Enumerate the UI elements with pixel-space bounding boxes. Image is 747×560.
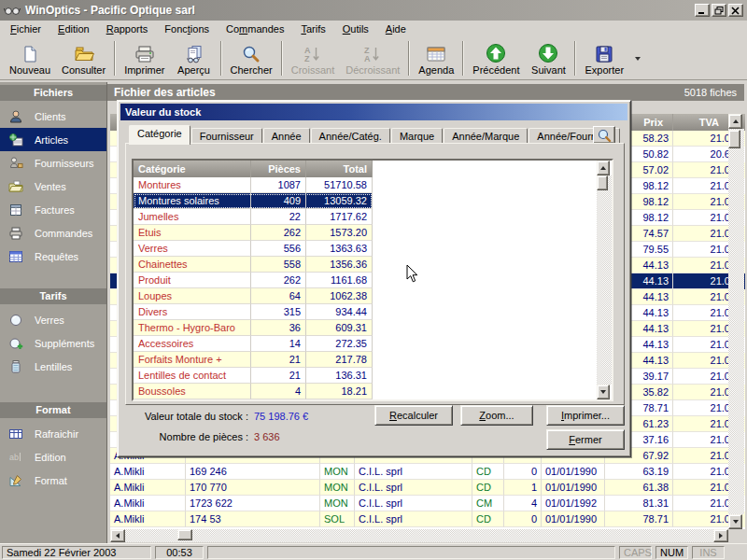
table-row[interactable]: A.Mikli174 53SOLC.I.L. sprlCD001/01/1990… [110, 511, 745, 527]
toolbar-label-consulter: Consulter [62, 64, 106, 76]
stock-row[interactable]: Etuis2621573.20 [134, 225, 373, 241]
horizontal-scrollbar[interactable] [110, 529, 728, 542]
menu-tarifs[interactable]: Tarifs [292, 21, 333, 36]
sidebar-item-factures[interactable]: Factures [0, 198, 106, 221]
exporter-dropdown-arrow[interactable] [629, 38, 646, 78]
stock-row[interactable]: Verres5561363.63 [134, 241, 373, 257]
stock-row[interactable]: Produit2621161.68 [134, 273, 373, 288]
toolbar-label-chercher: Chercher [231, 64, 273, 76]
minimize-button[interactable] [695, 4, 710, 17]
stock-row[interactable]: Jumelles221717.62 [134, 209, 373, 225]
horizontal-scroll-thumb[interactable] [177, 529, 192, 540]
fermer-button[interactable]: Fermer [546, 429, 625, 450]
stock-cell: 262 [251, 273, 306, 288]
sidebar-item-commandes[interactable]: Commandes [0, 221, 106, 245]
menu-rapports[interactable]: Rapports [98, 21, 157, 36]
table-cell: CD [472, 464, 504, 480]
sidebar-item-requetes[interactable]: Requêtes [0, 245, 106, 268]
toolbar-agenda[interactable]: Agenda [413, 38, 459, 78]
menu-fichier[interactable]: Fichier [2, 21, 49, 36]
stock-row[interactable]: Lentilles de contact21136.31 [134, 368, 373, 384]
sidebar-item-clients[interactable]: Clients [0, 105, 106, 128]
table-cell: 21.0 [673, 226, 735, 242]
table-row[interactable]: A.Mikli170 770MONC.I.L. sprlCD101/01/199… [110, 480, 745, 496]
menu-outils[interactable]: Outils [334, 21, 377, 36]
toolbar-precedent[interactable]: Précédent [467, 38, 525, 78]
table-cell: 21.0 [673, 448, 735, 464]
sidebar-item-lentilles[interactable]: Lentilles [0, 355, 106, 378]
table-cell: 21.0 [673, 369, 735, 385]
toolbar-chercher[interactable]: Chercher [225, 38, 278, 78]
stock-scroll-track[interactable] [597, 175, 612, 385]
stock-row[interactable]: Montures solaires40913059.32 [134, 193, 373, 209]
stock-column-header-total[interactable]: Total [306, 161, 373, 177]
table-cell: 21.0 [673, 353, 735, 369]
sidebar-item-format[interactable]: Format [0, 469, 106, 492]
stock-cell: Montures [134, 177, 251, 193]
stock-cell: Divers [134, 304, 251, 320]
menu-commandes[interactable]: Commandes [218, 21, 292, 36]
stock-row[interactable]: Accessoires14272.35 [134, 336, 373, 352]
imprimer-button[interactable]: Imprimer... [546, 405, 625, 426]
menu-aide[interactable]: Aide [377, 21, 415, 36]
sidebar-item-edition[interactable]: abEdition [0, 445, 106, 469]
toolbar-label-croissant: Croissant [291, 64, 334, 76]
sidebar-item-label: Suppléments [35, 338, 94, 349]
sidebar-item-supplements[interactable]: Suppléments [0, 331, 106, 355]
stock-row[interactable]: Chainettes5581356.36 [134, 257, 373, 273]
table-row[interactable]: A.Mikli169 246MONC.I.L. sprlCD001/01/199… [110, 464, 745, 480]
vertical-scroll-thumb[interactable] [728, 130, 740, 148]
suppliers-icon [8, 156, 29, 171]
stock-cell: 262 [251, 225, 306, 241]
table-cell: 01/01/1990 [542, 511, 605, 527]
vertical-scrollbar[interactable] [728, 114, 744, 529]
dialog-magnifier-button[interactable] [593, 126, 615, 144]
scroll-up-button[interactable] [728, 114, 742, 129]
stock-scroll-thumb[interactable] [597, 175, 608, 190]
stock-row[interactable]: Boussoles418.21 [134, 384, 373, 399]
menu-fonctions[interactable]: Fonctions [156, 21, 218, 36]
stock-scroll-down-button[interactable] [597, 385, 610, 399]
zoom-button[interactable]: Zoom... [460, 405, 533, 426]
svg-text:A: A [364, 54, 371, 63]
stock-scroll-up-button[interactable] [597, 161, 610, 175]
toolbar-suivant[interactable]: Suivant [525, 38, 571, 78]
horizontal-scroll-track[interactable] [125, 529, 713, 542]
stock-row[interactable]: Divers315934.44 [134, 304, 373, 320]
printer-icon [134, 40, 155, 63]
toolbar-imprimer[interactable]: Imprimer [119, 38, 170, 78]
sidebar-item-verres[interactable]: Verres [0, 308, 106, 331]
sidebar-item-rafraichir[interactable]: Rafraichir [0, 422, 106, 445]
scroll-left-button[interactable] [110, 529, 125, 542]
table-row[interactable]: A.Mikli1723 622MONC.I.L. sprlCM401/01/19… [110, 496, 745, 511]
scroll-down-button[interactable] [728, 514, 742, 529]
restore-button[interactable] [712, 4, 726, 17]
sidebar-item-ventes[interactable]: Ventes [0, 175, 106, 198]
toolbar-apercu[interactable]: Aperçu [171, 38, 218, 78]
stock-list-scrollbar[interactable] [597, 161, 612, 399]
window-titlebar: WinOptics - Pacific Optique sarl [0, 0, 747, 21]
sidebar-item-fournisseurs[interactable]: Fournisseurs [0, 151, 106, 175]
table-cell: 21.0 [673, 289, 735, 305]
stock-list-body: Montures108751710.58Montures solaires409… [134, 177, 612, 399]
menu-edition[interactable]: Edition [49, 21, 98, 36]
stock-column-header-categorie[interactable]: Catégorie [134, 161, 251, 177]
column-header-tva[interactable]: TVA [673, 114, 735, 131]
stock-row[interactable]: Thermo - Hygro-Baro36609.31 [134, 320, 373, 336]
toolbar-nouveau[interactable]: Nouveau [4, 38, 56, 78]
scroll-right-button[interactable] [713, 529, 728, 542]
table-cell: 63.19 [605, 464, 673, 480]
svg-text:ab: ab [9, 453, 19, 462]
toolbar-exporter[interactable]: Exporter [579, 38, 629, 78]
toolbar-consulter[interactable]: Consulter [56, 38, 111, 78]
tab-categorie[interactable]: Catégorie [129, 125, 190, 145]
sidebar-item-articles[interactable]: Articles [0, 128, 106, 151]
stock-column-header-pieces[interactable]: Pièces [251, 161, 306, 177]
stock-row[interactable]: Loupes641062.38 [134, 288, 373, 304]
recalculer-button[interactable]: Recalculer [374, 405, 453, 426]
vertical-scroll-track[interactable] [728, 129, 744, 514]
table-cell: 21.0 [673, 416, 735, 432]
stock-row[interactable]: Forfaits Monture +21217.78 [134, 352, 373, 368]
stock-row[interactable]: Montures108751710.58 [134, 177, 373, 193]
close-button[interactable] [728, 4, 743, 17]
